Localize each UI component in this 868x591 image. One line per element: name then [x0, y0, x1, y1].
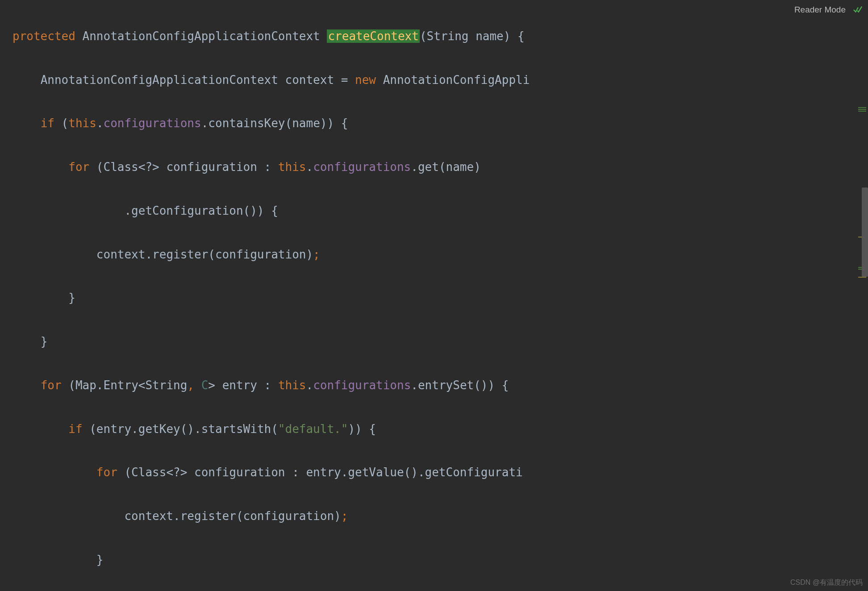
- text: )) {: [348, 422, 376, 436]
- watermark: CSDN @有温度的代码: [790, 576, 863, 589]
- params: (String name) {: [420, 29, 525, 43]
- dot: .: [96, 117, 104, 130]
- keyword-for: for: [41, 379, 62, 392]
- code-editor[interactable]: protected AnnotationConfigApplicationCon…: [0, 0, 868, 591]
- brace: }: [68, 291, 75, 304]
- semicolon: ;: [341, 509, 348, 523]
- text: context.register(configuration): [96, 248, 313, 261]
- text: (entry.getKey().startsWith(: [83, 422, 278, 436]
- method-name-highlighted: createContext: [327, 29, 420, 43]
- text: (Class<?> configuration : entry.getValue…: [117, 466, 523, 479]
- string-literal: "default.": [278, 422, 348, 436]
- dot: .: [306, 379, 313, 392]
- code-line: if (entry.getKey().startsWith("default."…: [13, 418, 868, 440]
- code-line: }: [13, 549, 868, 571]
- scrollbar-thumb[interactable]: [862, 187, 868, 277]
- field-name: configurations: [104, 117, 201, 130]
- keyword-this: this: [278, 160, 306, 174]
- brace: }: [41, 335, 48, 348]
- minimap[interactable]: [858, 0, 866, 591]
- type-name: AnnotationConfigApplicationContext: [41, 73, 278, 87]
- text: context.register(configuration): [124, 509, 341, 523]
- keyword-if: if: [68, 422, 82, 436]
- code-line: }: [13, 287, 868, 309]
- comma: ,: [187, 379, 194, 392]
- text: > entry :: [208, 379, 278, 392]
- field-name: configurations: [313, 160, 411, 174]
- code-line: protected AnnotationConfigApplicationCon…: [13, 25, 868, 47]
- text: .containsKey(name)) {: [201, 117, 348, 130]
- text: context =: [278, 73, 355, 87]
- text: (Map.Entry<String: [62, 379, 188, 392]
- generic-param: C: [194, 379, 208, 392]
- text: .getConfiguration()) {: [124, 204, 278, 217]
- type-name: AnnotationConfigAppli: [376, 73, 530, 87]
- code-line: context.register(configuration);: [13, 505, 868, 527]
- code-line: context.register(configuration);: [13, 244, 868, 266]
- keyword-this: this: [68, 117, 96, 130]
- code-line: for (Class<?> configuration : this.confi…: [13, 156, 868, 178]
- brace: }: [96, 553, 104, 566]
- code-line: .getConfiguration()) {: [13, 200, 868, 222]
- text: (: [54, 117, 68, 130]
- keyword-new: new: [355, 73, 376, 87]
- text: .get(name): [411, 160, 481, 174]
- text: (Class<?> configuration :: [89, 160, 278, 174]
- minimap-marker[interactable]: [858, 107, 866, 108]
- dot: .: [306, 160, 313, 174]
- keyword-this: this: [278, 379, 306, 392]
- field-name: configurations: [313, 379, 411, 392]
- keyword-for: for: [96, 466, 117, 479]
- check-icon[interactable]: [853, 5, 863, 15]
- minimap-marker[interactable]: [858, 109, 866, 110]
- semicolon: ;: [313, 248, 320, 261]
- code-line: for (Map.Entry<String, C> entry : this.c…: [13, 375, 868, 396]
- minimap-marker[interactable]: [858, 277, 866, 278]
- text: .entrySet()) {: [411, 379, 509, 392]
- keyword-protected: protected: [13, 29, 75, 43]
- code-line: }: [13, 331, 868, 353]
- header-bar: Reader Mode: [789, 0, 868, 20]
- code-line: AnnotationConfigApplicationContext conte…: [13, 69, 868, 91]
- keyword-if: if: [41, 117, 54, 130]
- type-name: AnnotationConfigApplicationContext: [83, 29, 320, 43]
- reader-mode-label[interactable]: Reader Mode: [794, 2, 846, 18]
- code-line: if (this.configurations.containsKey(name…: [13, 112, 868, 134]
- keyword-for: for: [68, 160, 89, 174]
- code-line: for (Class<?> configuration : entry.getV…: [13, 462, 868, 483]
- minimap-marker[interactable]: [858, 111, 866, 112]
